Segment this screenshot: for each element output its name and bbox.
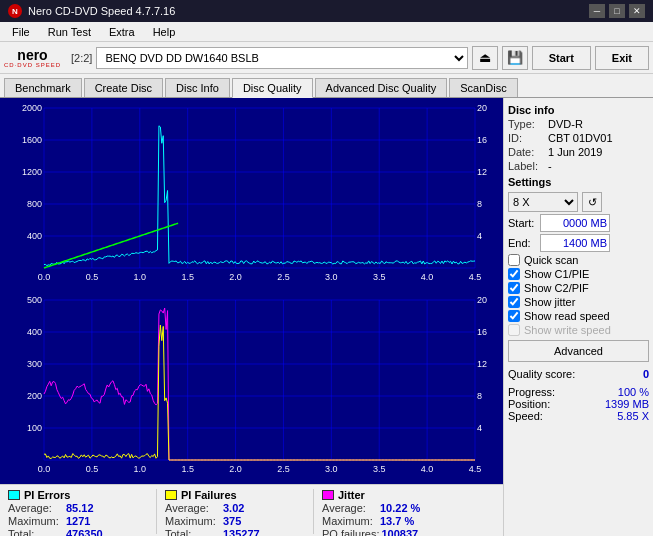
charts-area — [0, 98, 503, 484]
pi-failures-avg-value: 3.02 — [223, 502, 244, 514]
disc-label-label: Label: — [508, 160, 544, 172]
stat-divider-2 — [313, 489, 314, 534]
show-write-speed-row: Show write speed — [508, 324, 649, 336]
pi-failures-total-row: Total: 135277 — [165, 528, 305, 536]
disc-type-value: DVD-R — [548, 118, 583, 130]
show-read-speed-label: Show read speed — [524, 310, 610, 322]
jitter-header: Jitter — [322, 489, 462, 501]
jitter-po-value: 100837 — [381, 528, 418, 536]
pi-failures-header: PI Failures — [165, 489, 305, 501]
pi-failures-max-value: 375 — [223, 515, 241, 527]
show-jitter-row: Show jitter — [508, 296, 649, 308]
disc-label-value: - — [548, 160, 552, 172]
menu-run-test[interactable]: Run Test — [40, 24, 99, 40]
title-bar: N Nero CD-DVD Speed 4.7.7.16 ─ □ ✕ — [0, 0, 653, 22]
show-write-speed-checkbox — [508, 324, 520, 336]
settings-title: Settings — [508, 176, 649, 188]
jitter-color — [322, 490, 334, 500]
quick-scan-label: Quick scan — [524, 254, 578, 266]
stat-divider-1 — [156, 489, 157, 534]
tab-advanced-disc-quality[interactable]: Advanced Disc Quality — [315, 78, 448, 97]
end-mb-row: End: — [508, 234, 649, 252]
advanced-button[interactable]: Advanced — [508, 340, 649, 362]
position-row: Position: 1399 MB — [508, 398, 649, 410]
quality-score-label: Quality score: — [508, 368, 575, 380]
show-c1pie-checkbox[interactable] — [508, 268, 520, 280]
pi-errors-label: PI Errors — [24, 489, 70, 501]
end-mb-label: End: — [508, 237, 536, 249]
tab-benchmark[interactable]: Benchmark — [4, 78, 82, 97]
disc-info-title: Disc info — [508, 104, 649, 116]
drive-dropdown[interactable]: BENQ DVD DD DW1640 BSLB — [96, 47, 467, 69]
menu-extra[interactable]: Extra — [101, 24, 143, 40]
save-button[interactable]: 💾 — [502, 46, 528, 70]
pi-errors-stats: PI Errors Average: 85.12 Maximum: 1271 T… — [8, 489, 148, 536]
title-bar-controls: ─ □ ✕ — [589, 4, 645, 18]
tab-disc-quality[interactable]: Disc Quality — [232, 78, 313, 98]
show-c1pie-row: Show C1/PIE — [508, 268, 649, 280]
speed-settings-row: 8 X ↺ — [508, 192, 649, 212]
window-title: Nero CD-DVD Speed 4.7.7.16 — [28, 5, 175, 17]
eject-button[interactable]: ⏏ — [472, 46, 498, 70]
jitter-label: Jitter — [338, 489, 365, 501]
disc-id-value: CBT 01DV01 — [548, 132, 613, 144]
start-mb-label: Start: — [508, 217, 536, 229]
disc-type-row: Type: DVD-R — [508, 118, 649, 130]
progress-label: Progress: — [508, 386, 555, 398]
jitter-avg-row: Average: 10.22 % — [322, 502, 462, 514]
speed-select[interactable]: 8 X — [508, 192, 578, 212]
tab-bar: Benchmark Create Disc Disc Info Disc Qua… — [0, 74, 653, 98]
refresh-button[interactable]: ↺ — [582, 192, 602, 212]
menu-file[interactable]: File — [4, 24, 38, 40]
disc-date-value: 1 Jun 2019 — [548, 146, 602, 158]
pif-chart-canvas — [2, 292, 503, 482]
content-wrapper: PI Errors Average: 85.12 Maximum: 1271 T… — [0, 98, 503, 536]
disc-date-row: Date: 1 Jun 2019 — [508, 146, 649, 158]
end-mb-input[interactable] — [540, 234, 610, 252]
tab-create-disc[interactable]: Create Disc — [84, 78, 163, 97]
pi-failures-color — [165, 490, 177, 500]
pi-failures-total-value: 135277 — [223, 528, 260, 536]
show-c1pie-label: Show C1/PIE — [524, 268, 589, 280]
pi-errors-avg-label: Average: — [8, 502, 64, 514]
jitter-stats: Jitter Average: 10.22 % Maximum: 13.7 % … — [322, 489, 462, 536]
speed-display-label: Speed: — [508, 410, 543, 422]
close-button[interactable]: ✕ — [629, 4, 645, 18]
title-bar-left: N Nero CD-DVD Speed 4.7.7.16 — [8, 4, 175, 18]
start-button[interactable]: Start — [532, 46, 591, 70]
progress-row: Progress: 100 % — [508, 386, 649, 398]
menu-help[interactable]: Help — [145, 24, 184, 40]
jitter-avg-value: 10.22 % — [380, 502, 420, 514]
pi-errors-avg-row: Average: 85.12 — [8, 502, 148, 514]
disc-id-label: ID: — [508, 132, 544, 144]
pi-failures-max-row: Maximum: 375 — [165, 515, 305, 527]
quick-scan-checkbox[interactable] — [508, 254, 520, 266]
pi-errors-max-row: Maximum: 1271 — [8, 515, 148, 527]
nero-subbrand: CD·DVD SPEED — [4, 62, 61, 68]
jitter-avg-label: Average: — [322, 502, 378, 514]
show-c2pif-label: Show C2/PIF — [524, 282, 589, 294]
drive-select-container: [2:2] BENQ DVD DD DW1640 BSLB — [71, 47, 468, 69]
disc-id-row: ID: CBT 01DV01 — [508, 132, 649, 144]
exit-button[interactable]: Exit — [595, 46, 649, 70]
show-read-speed-checkbox[interactable] — [508, 310, 520, 322]
maximize-button[interactable]: □ — [609, 4, 625, 18]
disc-label-row: Label: - — [508, 160, 649, 172]
quick-scan-row: Quick scan — [508, 254, 649, 266]
show-c2pif-row: Show C2/PIF — [508, 282, 649, 294]
chart-top — [2, 100, 501, 290]
pi-failures-label: PI Failures — [181, 489, 237, 501]
start-mb-input[interactable] — [540, 214, 610, 232]
disc-type-label: Type: — [508, 118, 544, 130]
jitter-max-value: 13.7 % — [380, 515, 414, 527]
tab-scan-disc[interactable]: ScanDisc — [449, 78, 517, 97]
menu-bar: File Run Test Extra Help — [0, 22, 653, 42]
show-jitter-checkbox[interactable] — [508, 296, 520, 308]
show-c2pif-checkbox[interactable] — [508, 282, 520, 294]
minimize-button[interactable]: ─ — [589, 4, 605, 18]
pi-errors-max-value: 1271 — [66, 515, 90, 527]
pi-failures-stats: PI Failures Average: 3.02 Maximum: 375 T… — [165, 489, 305, 536]
tab-disc-info[interactable]: Disc Info — [165, 78, 230, 97]
pie-chart-canvas — [2, 100, 503, 290]
pi-errors-total-row: Total: 476350 — [8, 528, 148, 536]
